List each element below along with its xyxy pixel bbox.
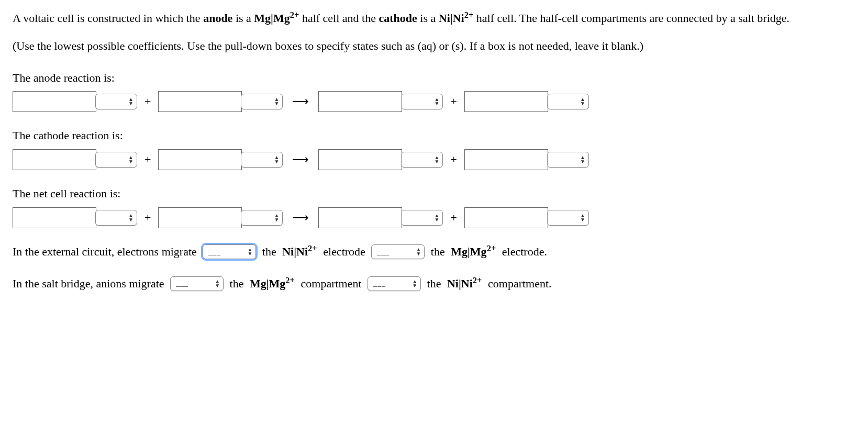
compartment-1: Mg|Mg2+ (250, 276, 295, 292)
updown-icon: ▲▼ (274, 214, 280, 222)
product-1: ▲▼ (318, 149, 443, 170)
cathode-label: The cathode reaction is: (13, 128, 855, 144)
updown-icon: ▲▼ (412, 280, 417, 288)
compartment-2: Ni|Ni2+ (447, 276, 482, 292)
updown-icon: ▲▼ (435, 97, 440, 106)
plus-operator: + (144, 152, 151, 168)
anode-reactant-1-input[interactable] (13, 91, 96, 112)
updown-icon: ▲▼ (580, 155, 585, 164)
net-reactant-2-state-select[interactable]: ▲▼ (241, 210, 283, 226)
electron-direction-2-select[interactable]: ___ ▲▼ (371, 244, 425, 259)
anode-word: anode (203, 12, 232, 25)
sentence-text: the (259, 244, 279, 260)
updown-icon: ▲▼ (580, 214, 585, 222)
cathode-equation-row: ▲▼ + ▲▼ ⟶ ▲▼ + ▲▼ (13, 149, 855, 170)
net-reactant-1-input[interactable] (13, 207, 96, 228)
plus-operator: + (144, 94, 151, 110)
reactant-2: ▲▼ (158, 207, 283, 228)
intro-text: half cell and the (299, 12, 379, 25)
updown-icon: ▲▼ (274, 97, 280, 106)
anode-reactant-1-state-select[interactable]: ▲▼ (95, 94, 137, 109)
plus-operator: + (450, 210, 457, 226)
cathode-product-1-input[interactable] (318, 149, 402, 170)
updown-icon: ▲▼ (215, 280, 220, 288)
reactant-2: ▲▼ (158, 91, 283, 112)
cathode-reactant-2-input[interactable] (158, 149, 242, 170)
reactant-1: ▲▼ (13, 207, 137, 228)
sentence-text: the (424, 276, 444, 292)
cathode-reactant-1-input[interactable] (13, 149, 96, 170)
anode-label: The anode reaction is: (13, 70, 855, 86)
anode-equation-row: ▲▼ + ▲▼ ⟶ ▲▼ + ▲▼ (13, 91, 855, 112)
updown-icon: ▲▼ (274, 155, 280, 164)
half-cell-1: Mg|Mg2+ (254, 12, 299, 25)
cathode-product-2-state-select[interactable]: ▲▼ (547, 152, 589, 168)
product-2: ▲▼ (464, 207, 589, 228)
anode-reactant-2-input[interactable] (158, 91, 242, 112)
updown-icon: ▲▼ (247, 248, 252, 256)
reactant-1: ▲▼ (13, 91, 137, 112)
sentence-text: the (428, 244, 448, 260)
net-equation-row: ▲▼ + ▲▼ ⟶ ▲▼ + ▲▼ (13, 207, 855, 228)
intro-paragraph: A voltaic cell is constructed in which t… (13, 10, 855, 27)
reaction-arrow-icon: ⟶ (292, 152, 309, 168)
plus-operator: + (144, 210, 151, 226)
anion-direction-1-select[interactable]: ___ ▲▼ (170, 276, 224, 291)
updown-icon: ▲▼ (128, 97, 133, 106)
anode-product-2-input[interactable] (464, 91, 548, 112)
net-reactant-2-input[interactable] (158, 207, 242, 228)
electron-migration-sentence: In the external circuit, electrons migra… (13, 244, 855, 260)
anion-migration-sentence: In the salt bridge, anions migrate ___ ▲… (13, 276, 855, 292)
net-label: The net cell reaction is: (13, 186, 855, 202)
plus-operator: + (450, 94, 457, 110)
electron-direction-1-select[interactable]: ___ ▲▼ (203, 244, 256, 259)
cathode-word: cathode (379, 12, 417, 25)
updown-icon: ▲▼ (580, 97, 585, 106)
intro-text: A voltaic cell is constructed in which t… (13, 12, 203, 25)
product-1: ▲▼ (318, 91, 443, 112)
anode-reactant-2-state-select[interactable]: ▲▼ (241, 94, 283, 109)
intro-text: half cell. The half-cell compartments ar… (473, 12, 789, 25)
sentence-text: electrode. (499, 244, 547, 260)
net-product-1-input[interactable] (318, 207, 402, 228)
product-1: ▲▼ (318, 207, 443, 228)
instruction-text: (Use the lowest possible coefficients. U… (13, 38, 855, 54)
reactant-2: ▲▼ (158, 149, 283, 170)
plus-operator: + (450, 152, 457, 168)
updown-icon: ▲▼ (128, 214, 133, 222)
anode-product-1-state-select[interactable]: ▲▼ (401, 94, 443, 109)
electrode-1: Ni|Ni2+ (282, 244, 317, 260)
net-product-1-state-select[interactable]: ▲▼ (401, 210, 443, 226)
reactant-1: ▲▼ (13, 149, 137, 170)
sentence-text: In the salt bridge, anions migrate (13, 276, 167, 292)
intro-text: is a (232, 12, 254, 25)
anode-product-1-input[interactable] (318, 91, 402, 112)
sentence-text: electrode (320, 244, 369, 260)
net-product-2-input[interactable] (464, 207, 548, 228)
updown-icon: ▲▼ (435, 155, 440, 164)
product-2: ▲▼ (464, 149, 589, 170)
reaction-arrow-icon: ⟶ (292, 94, 309, 110)
updown-icon: ▲▼ (435, 214, 440, 222)
cathode-reactant-1-state-select[interactable]: ▲▼ (95, 152, 137, 168)
sentence-text: the (227, 276, 247, 292)
sentence-text: compartment. (485, 276, 552, 292)
anion-direction-2-select[interactable]: ___ ▲▼ (368, 276, 421, 291)
reaction-arrow-icon: ⟶ (292, 210, 309, 226)
updown-icon: ▲▼ (416, 248, 421, 256)
product-2: ▲▼ (464, 91, 589, 112)
cathode-product-2-input[interactable] (464, 149, 548, 170)
half-cell-2: Ni|Ni2+ (439, 12, 474, 25)
net-product-2-state-select[interactable]: ▲▼ (547, 210, 589, 226)
intro-text: is a (417, 12, 439, 25)
electrode-2: Mg|Mg2+ (451, 244, 496, 260)
sentence-text: In the external circuit, electrons migra… (13, 244, 199, 260)
net-reactant-1-state-select[interactable]: ▲▼ (95, 210, 137, 226)
updown-icon: ▲▼ (128, 155, 133, 164)
sentence-text: compartment (298, 276, 364, 292)
cathode-reactant-2-state-select[interactable]: ▲▼ (241, 152, 283, 168)
cathode-product-1-state-select[interactable]: ▲▼ (401, 152, 443, 168)
anode-product-2-state-select[interactable]: ▲▼ (547, 94, 589, 109)
